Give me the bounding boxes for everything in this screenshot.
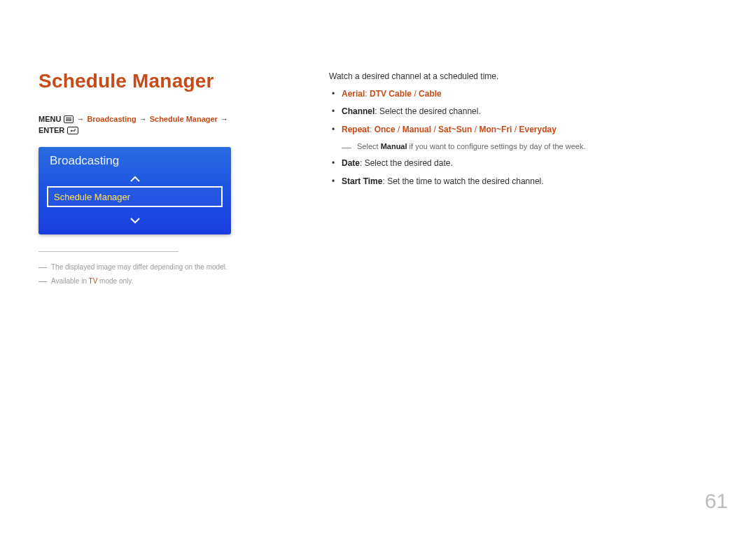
two-column-layout: Schedule Manager MENU → Broadcasting → S… xyxy=(38,70,718,290)
tv-menu-preview: Broadcasting Schedule Manager xyxy=(38,147,231,234)
tv-menu-selected-label: Schedule Manager xyxy=(54,192,130,202)
footnote-1: ― The displayed image may differ dependi… xyxy=(38,262,238,273)
arrow-sep: → xyxy=(76,115,84,123)
footnote-text: Available in TV mode only. xyxy=(51,276,133,287)
manual-page: Schedule Manager MENU → Broadcasting → S… xyxy=(0,0,756,534)
arrow-sep: → xyxy=(139,115,147,123)
tv-menu-title: Broadcasting xyxy=(50,154,119,168)
footnote-text: The displayed image may differ depending… xyxy=(51,262,227,273)
menu-label: MENU xyxy=(38,115,61,123)
menu-icon xyxy=(64,115,74,123)
dash-icon: ― xyxy=(38,276,47,286)
arrow-sep: → xyxy=(220,115,228,123)
repeat-subnote: ― Select Manual if you want to configure… xyxy=(329,141,718,153)
tv-menu-selected-item[interactable]: Schedule Manager xyxy=(47,186,223,207)
footnote-2: ― Available in TV mode only. xyxy=(38,276,238,287)
option-repeat: Repeat: Once / Manual / Sat~Sun / Mon~Fr… xyxy=(329,123,718,136)
left-column: Schedule Manager MENU → Broadcasting → S… xyxy=(38,70,238,290)
intro-text: Watch a desired channel at a scheduled t… xyxy=(329,70,718,83)
enter-label: ENTER xyxy=(38,126,64,134)
page-number: 61 xyxy=(705,489,728,513)
chevron-down-icon[interactable] xyxy=(130,215,141,226)
menu-path: MENU → Broadcasting → Schedule Manager →… xyxy=(38,115,238,134)
right-column: Watch a desired channel at a scheduled t… xyxy=(329,70,718,290)
enter-icon xyxy=(67,127,78,134)
dash-icon: ― xyxy=(342,142,351,152)
page-title: Schedule Manager xyxy=(38,70,238,92)
option-date: Date: Select the desired date. xyxy=(329,157,718,170)
option-list: Aerial: DTV Cable / Cable Channel: Selec… xyxy=(329,87,718,188)
option-channel: Channel: Select the desired channel. xyxy=(329,105,718,118)
dash-icon: ― xyxy=(38,262,47,272)
subnote-text: Select Manual if you want to configure s… xyxy=(357,141,586,153)
chevron-up-icon[interactable] xyxy=(130,174,141,185)
option-aerial: Aerial: DTV Cable / Cable xyxy=(329,87,718,101)
nav-path-broadcasting: Broadcasting xyxy=(87,115,136,123)
nav-path-schedule-manager: Schedule Manager xyxy=(150,115,218,123)
option-start-time: Start Time: Set the time to watch the de… xyxy=(329,175,718,188)
divider xyxy=(38,251,178,252)
